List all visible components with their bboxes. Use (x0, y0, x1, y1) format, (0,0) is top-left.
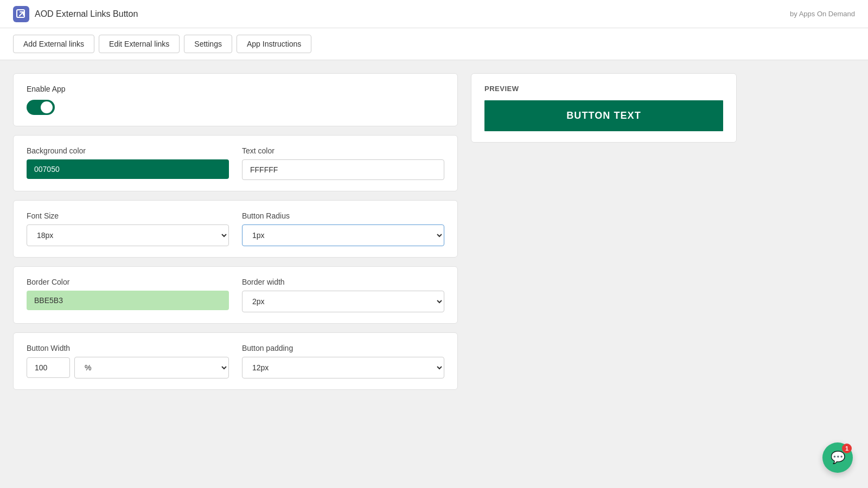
enable-app-label: Enable App (27, 85, 444, 93)
preview-button[interactable]: BUTTON TEXT (484, 100, 723, 131)
toggle-slider (27, 100, 55, 115)
text-color-input[interactable] (242, 159, 444, 180)
border-width-group: Border width 0px 1px 2px 3px 4px (242, 278, 444, 312)
text-color-label: Text color (242, 146, 444, 155)
font-size-label: Font Size (27, 211, 229, 220)
border-width-label: Border width (242, 278, 444, 286)
left-panel: Enable App Background color Text color (13, 73, 458, 390)
button-radius-select[interactable]: 0px 1px 2px 4px 6px 8px 12px 16px 50% (242, 224, 444, 246)
header-left: AOD External Links Button (13, 6, 138, 22)
button-padding-label: Button padding (242, 344, 444, 352)
font-radius-row: Font Size 12px 14px 16px 18px 20px 24px … (27, 211, 444, 246)
background-color-input[interactable] (27, 159, 229, 179)
button-radius-group: Button Radius 0px 1px 2px 4px 6px 8px 12… (242, 211, 444, 246)
border-color-group: Border Color (27, 278, 229, 310)
tab-settings[interactable]: Settings (184, 35, 232, 53)
header: AOD External Links Button by Apps On Dem… (0, 0, 868, 28)
preview-label: PREVIEW (484, 85, 723, 93)
tab-add-external-links[interactable]: Add External links (13, 35, 94, 53)
text-color-group: Text color (242, 146, 444, 180)
chat-icon: 💬 (831, 451, 845, 465)
border-color-input[interactable] (27, 291, 229, 310)
width-padding-row: Button Width % px vw Button padding 4px (27, 344, 444, 378)
right-panel: PREVIEW BUTTON TEXT (471, 73, 737, 390)
border-width-select[interactable]: 0px 1px 2px 3px 4px (242, 291, 444, 312)
enable-app-card: Enable App (13, 73, 458, 126)
font-radius-card: Font Size 12px 14px 16px 18px 20px 24px … (13, 200, 458, 258)
button-radius-label: Button Radius (242, 211, 444, 220)
tab-app-instructions[interactable]: App Instructions (237, 35, 311, 53)
app-title: AOD External Links Button (35, 9, 138, 19)
background-color-group: Background color (27, 146, 229, 179)
enable-app-toggle-wrapper (27, 100, 444, 115)
main-content: Enable App Background color Text color (0, 60, 868, 403)
button-padding-group: Button padding 4px 8px 12px 16px 20px 24… (242, 344, 444, 378)
border-color-label: Border Color (27, 278, 229, 286)
enable-app-toggle[interactable] (27, 100, 55, 115)
font-size-select[interactable]: 12px 14px 16px 18px 20px 24px (27, 224, 229, 246)
button-width-label: Button Width (27, 344, 229, 352)
button-width-input[interactable] (27, 357, 70, 378)
tab-bar: Add External links Edit External links S… (0, 28, 868, 60)
border-card: Border Color Border width 0px 1px 2px 3p… (13, 266, 458, 324)
app-icon (13, 6, 29, 22)
background-color-label: Background color (27, 146, 229, 155)
button-padding-select[interactable]: 4px 8px 12px 16px 20px 24px (242, 357, 444, 378)
brand-label: by Apps On Demand (790, 10, 855, 18)
preview-card: PREVIEW BUTTON TEXT (471, 73, 737, 143)
border-row: Border Color Border width 0px 1px 2px 3p… (27, 278, 444, 312)
width-row: % px vw (27, 357, 229, 378)
tab-edit-external-links[interactable]: Edit External links (99, 35, 180, 53)
color-row: Background color Text color (27, 146, 444, 180)
chat-bubble[interactable]: 💬 1 (822, 442, 853, 473)
font-size-group: Font Size 12px 14px 16px 18px 20px 24px (27, 211, 229, 246)
chat-badge: 1 (842, 444, 852, 453)
button-width-group: Button Width % px vw (27, 344, 229, 378)
color-card: Background color Text color (13, 135, 458, 191)
button-width-unit-select[interactable]: % px vw (74, 357, 229, 378)
width-padding-card: Button Width % px vw Button padding 4px (13, 332, 458, 390)
